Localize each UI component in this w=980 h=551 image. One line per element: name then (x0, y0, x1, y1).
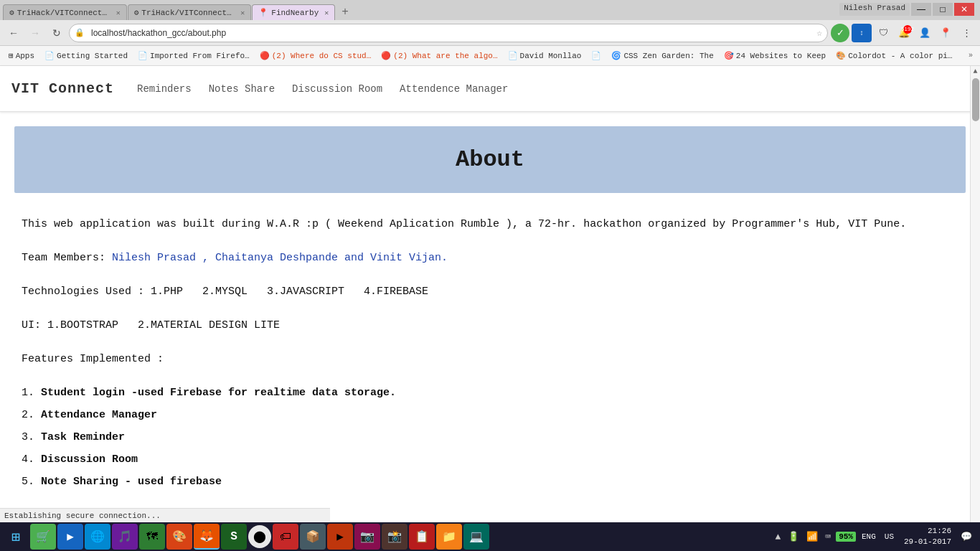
star-icon[interactable]: ☆ (816, 27, 822, 39)
bookmark-label: Imported From Firefo… (150, 52, 250, 60)
play-taskbar-icon[interactable]: ▶ (327, 524, 353, 550)
about-header: About (14, 126, 966, 193)
taskbar: ⊞ 🛒 ▶ 🌐 🎵 🗺 🎨 🦊 S ⬤ 🏷 📦 ▶ 📷 📸 📋 (0, 522, 980, 551)
team-paragraph: Team Members: Nilesh Prasad , Chaitanya … (22, 248, 958, 268)
bookmark-colordot[interactable]: 🎨 Colordot - A color pi… (831, 50, 956, 62)
shield-icon[interactable]: 🛡 (874, 24, 892, 42)
nav-attendence-manager[interactable]: Attendence Manager (400, 80, 508, 98)
terminal-taskbar-icon[interactable]: ▶ (57, 524, 83, 550)
tab1-close[interactable]: ✕ (116, 9, 121, 17)
tech-paragraph: Technologies Used : 1.PHP 2.MYSQL 3.JAVA… (22, 282, 958, 301)
status-text: Establishing secure connection... (4, 512, 161, 520)
battery-icon: 🔋 (786, 529, 801, 544)
reload-button[interactable]: ↻ (47, 24, 66, 42)
map-taskbar-icon[interactable]: 🗺 (139, 524, 165, 550)
bookmark-label: David Monllao (520, 52, 582, 60)
firefox-taskbar-icon[interactable]: 🦊 (194, 524, 220, 550)
more-icon[interactable]: ⋮ (957, 24, 976, 42)
bookmark-icon-4: 🔴 (381, 51, 391, 60)
globe-taskbar-icon[interactable]: 🌐 (85, 524, 110, 550)
editor-taskbar-icon[interactable]: S (221, 524, 247, 550)
bookmark-24websites[interactable]: 🎯 24 Websites to Keep (720, 50, 830, 62)
tag-taskbar-icon[interactable]: 🏷 (273, 524, 298, 550)
store-taskbar-icon[interactable]: 🛒 (30, 524, 56, 550)
camera2-taskbar-icon[interactable]: 📸 (382, 524, 407, 550)
browser-tab-3[interactable]: 📍 FindNearby ✕ (252, 4, 335, 20)
chrome-taskbar-icon[interactable]: ⬤ (248, 525, 271, 548)
bookmark-apps[interactable]: ⊞ Apps (4, 50, 39, 62)
bookmark-algo[interactable]: 🔴 (2) What are the algo… (377, 50, 501, 62)
notification-center-icon[interactable]: 💬 (958, 529, 974, 544)
bookmark-label: (2) What are the algo… (393, 52, 497, 60)
clock[interactable]: 21:26 29-01-2017 (900, 526, 956, 548)
headphone-taskbar-icon[interactable]: 🎵 (112, 524, 138, 550)
features-list: 1. Student login -used Firebase for real… (22, 383, 958, 491)
bookmark-icon-8: 🎯 (724, 51, 734, 60)
sync-icon[interactable]: ↕ (852, 24, 872, 42)
pdf-taskbar-icon[interactable]: 📋 (409, 524, 435, 550)
scrollbar-right[interactable]: ▲ (970, 66, 980, 522)
scrollbar-thumb[interactable] (972, 78, 979, 121)
feature-item-2: 2. Attendance Manager (22, 405, 958, 425)
status-bar: Establishing secure connection... (0, 508, 330, 522)
browser-tab-1[interactable]: ⚙ TriHack/VITConnect: Th… ✕ (3, 4, 127, 20)
browser-tab-2[interactable]: ⚙ TriHack/VITConnect: Th… ✕ (128, 4, 252, 20)
start-button[interactable]: ⊞ (3, 524, 29, 550)
region-label: US (882, 531, 897, 542)
bookmark-icon-3: 🔴 (260, 51, 270, 60)
tab1-label: TriHack/VITConnect: Th… (17, 9, 110, 17)
keyboard-icon: ⌨ (823, 529, 833, 544)
nav-reminders[interactable]: Reminders (137, 80, 192, 98)
paint-taskbar-icon[interactable]: 🎨 (166, 524, 192, 550)
up-arrow-icon[interactable]: ▲ (773, 530, 783, 544)
camera-taskbar-icon[interactable]: 📷 (354, 524, 380, 550)
nav-discussion-room[interactable]: Discussion Room (292, 80, 382, 98)
folder-taskbar-icon[interactable]: 📁 (436, 524, 462, 550)
address-bar[interactable] (69, 24, 828, 42)
apps-icon: ⊞ (9, 51, 14, 60)
bookmark-doc-icon: 📄 (44, 51, 55, 60)
bookmark-css-zen[interactable]: 🌀 CSS Zen Garden: The (607, 50, 717, 62)
close-button[interactable]: ✕ (954, 3, 974, 16)
maximize-button[interactable]: □ (933, 3, 953, 16)
scrollbar-up-arrow[interactable]: ▲ (973, 67, 977, 75)
bookmark-label: CSS Zen Garden: The (623, 52, 713, 60)
team-names: Nilesh Prasad , Chaitanya Deshpande and … (112, 252, 448, 264)
about-title: About (14, 146, 966, 173)
bookmark-icon-7: 🌀 (611, 51, 621, 60)
bookmark-cs-students[interactable]: 🔴 (2) Where do CS stud… (255, 50, 376, 62)
extensions-icon[interactable]: ✓ (831, 24, 849, 42)
battery-percent: 95% (836, 532, 856, 542)
bookmark-david[interactable]: 📄 David Monllao (504, 50, 586, 62)
bookmark-getting-started[interactable]: 📄 Getting Started (40, 50, 132, 62)
user-badge: Nilesh Prasad (839, 3, 910, 16)
bookmark-label: Colordot - A color pi… (848, 52, 952, 60)
bookmark-doc-icon-2: 📄 (138, 51, 148, 60)
bookmark-icon-9: 🎨 (836, 51, 846, 60)
notification-icon[interactable]: 🔔 5192 (895, 24, 913, 42)
back-button[interactable]: ← (4, 24, 23, 42)
feature-item-5: 5. Note Sharing - used firebase (22, 472, 958, 491)
feature-item-4: 4. Discussion Room (22, 450, 958, 469)
lock-icon: 🔒 (75, 28, 85, 37)
bookmark-doc-icon-5: 📄 (508, 51, 518, 60)
bookmark-imported[interactable]: 📄 Imported From Firefo… (133, 50, 254, 62)
feature-item-1: 1. Student login -used Firebase for real… (22, 383, 958, 402)
tab2-label: TriHack/VITConnect: Th… (141, 9, 235, 17)
tab3-close[interactable]: ✕ (324, 9, 329, 17)
minimize-button[interactable]: — (911, 3, 931, 16)
intro-paragraph: This web application was built during W.… (22, 215, 958, 234)
bookmark-label: (2) Where do CS stud… (272, 52, 372, 60)
code-taskbar-icon[interactable]: 💻 (463, 524, 489, 550)
forward-button[interactable]: → (26, 24, 44, 42)
bookmark-empty[interactable]: 📄 (587, 50, 606, 62)
user-icon[interactable]: 👤 (915, 24, 934, 42)
bookmark-label: Apps (16, 52, 34, 60)
box-taskbar-icon[interactable]: 📦 (300, 524, 326, 550)
new-tab-button[interactable]: + (336, 4, 354, 20)
tab2-close[interactable]: ✕ (240, 9, 245, 17)
location-icon[interactable]: 📍 (936, 24, 955, 42)
bookmark-label: 24 Websites to Keep (736, 52, 826, 60)
nav-notes-share[interactable]: Notes Share (209, 80, 275, 98)
bookmarks-overflow[interactable]: » (966, 50, 976, 61)
